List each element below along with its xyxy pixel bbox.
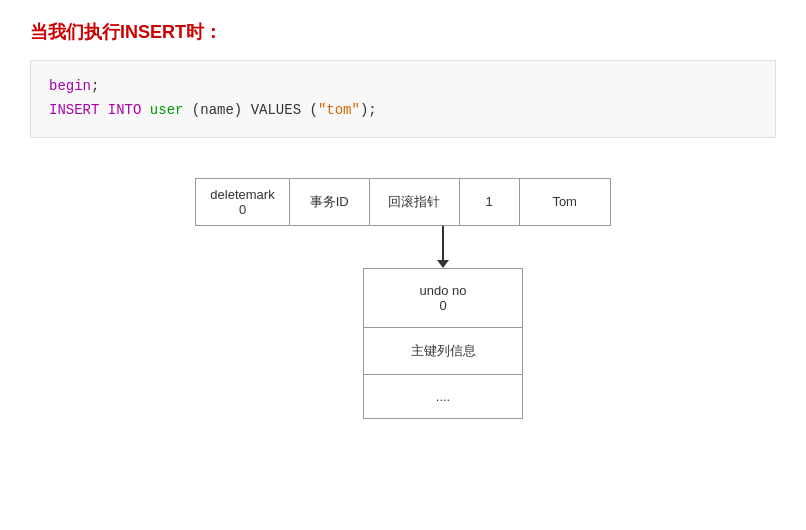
arrow-line [442, 226, 444, 260]
num-value: 1 [486, 194, 493, 209]
trxid-label: 事务ID [310, 193, 349, 211]
code-line-1: begin; [49, 75, 757, 99]
undo-no-value: 0 [439, 298, 446, 313]
deletemark-label: deletemark [210, 187, 274, 202]
tom-value: Tom [552, 194, 577, 209]
num-cell: 1 [460, 179, 520, 225]
diagram-area: deletemark 0 事务ID 回滚指针 1 Tom undo no 0 主… [30, 178, 776, 419]
arrow-down [437, 226, 449, 268]
arrow-head-icon [437, 260, 449, 268]
keyword-begin: begin [49, 78, 91, 94]
dots-cell: .... [364, 375, 522, 418]
string-value: "tom" [318, 102, 360, 118]
dots-label: .... [436, 389, 450, 404]
row-table: deletemark 0 事务ID 回滚指针 1 Tom [195, 178, 610, 226]
deletemark-cell: deletemark 0 [196, 179, 289, 225]
page-title: 当我们执行INSERT时： [30, 20, 776, 44]
end-paren: ); [360, 102, 377, 118]
undo-no-cell: undo no 0 [364, 269, 522, 328]
table-name: user [150, 102, 184, 118]
primary-key-cell: 主键列信息 [364, 328, 522, 375]
rollback-cell: 回滚指针 [370, 179, 460, 225]
code-line-2: INSERT INTO user (name) VALUES ("tom"); [49, 99, 757, 123]
deletemark-value: 0 [239, 202, 246, 217]
trxid-cell: 事务ID [290, 179, 370, 225]
keyword-insert: INSERT INTO [49, 102, 141, 118]
tom-cell: Tom [520, 179, 610, 225]
undo-no-label: undo no [420, 283, 467, 298]
primary-key-label: 主键列信息 [411, 343, 476, 358]
semicolon-1: ; [91, 78, 99, 94]
undo-box: undo no 0 主键列信息 .... [363, 268, 523, 419]
rollback-label: 回滚指针 [388, 193, 440, 211]
code-block: begin; INSERT INTO user (name) VALUES ("… [30, 60, 776, 138]
middle-text: (name) VALUES ( [192, 102, 318, 118]
arrow-wrapper [188, 226, 618, 268]
